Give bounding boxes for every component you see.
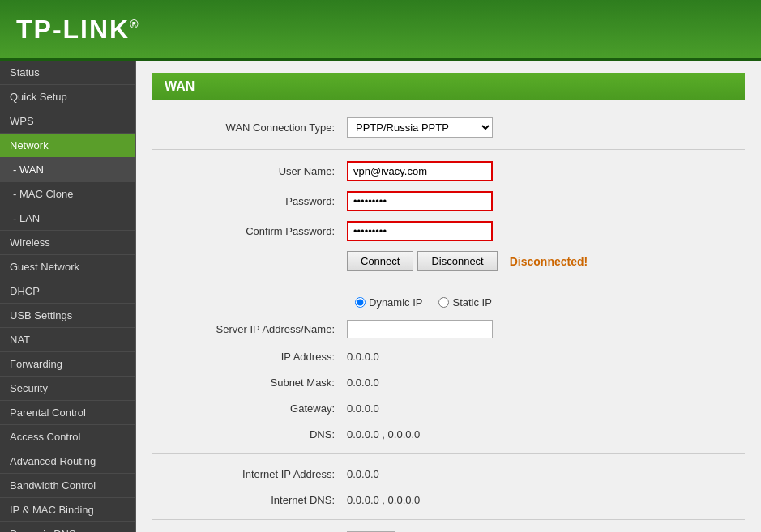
wan-connection-type-label: WAN Connection Type:	[160, 121, 347, 134]
internet-dns-value: 0.0.0.0 , 0.0.0.0	[347, 494, 737, 506]
sidebar-item-bandwidth-control[interactable]: Bandwidth Control	[0, 474, 135, 498]
sidebar-item-guest-network[interactable]: Guest Network	[0, 255, 135, 279]
dns-value: 0.0.0.0 , 0.0.0.0	[347, 428, 737, 440]
password-row: Password:	[152, 186, 745, 216]
sidebar-item-quick-setup[interactable]: Quick Setup	[0, 85, 135, 109]
content-inner: WAN WAN Connection Type: PPTP/Russia PPT…	[136, 61, 761, 532]
page-title: WAN	[152, 73, 745, 100]
sidebar: Status Quick Setup WPS Network - WAN - M…	[0, 61, 136, 532]
confirm-password-value	[347, 221, 737, 241]
ip-address-value: 0.0.0.0	[347, 351, 737, 363]
divider-4	[152, 519, 745, 520]
user-name-value	[347, 161, 737, 181]
connect-button[interactable]: Connect	[347, 251, 413, 271]
sidebar-item-advanced-routing[interactable]: Advanced Routing	[0, 449, 135, 474]
main-container: Status Quick Setup WPS Network - WAN - M…	[0, 61, 761, 532]
sidebar-item-dynamic-dns[interactable]: Dynamic DNS	[0, 522, 135, 532]
dynamic-ip-label: Dynamic IP	[369, 296, 422, 309]
gateway-label: Gateway:	[160, 402, 347, 415]
password-label: Password:	[160, 195, 347, 207]
static-ip-radio[interactable]	[438, 297, 449, 308]
content-area: WAN WAN Connection Type: PPTP/Russia PPT…	[136, 61, 761, 532]
sidebar-item-usb-settings[interactable]: USB Settings	[0, 304, 135, 328]
wan-connection-type-row: WAN Connection Type: PPTP/Russia PPTP Dy…	[152, 113, 745, 143]
gateway-row: Gateway: 0.0.0.0	[152, 395, 745, 421]
dns-label: DNS:	[160, 428, 347, 440]
sidebar-item-access-control[interactable]: Access Control	[0, 425, 135, 449]
internet-dns-label: Internet DNS:	[160, 494, 347, 506]
dns-row: DNS: 0.0.0.0 , 0.0.0.0	[152, 421, 745, 447]
logo: TP-LINK®	[16, 15, 140, 45]
confirm-password-input[interactable]	[347, 221, 493, 241]
gateway-value: 0.0.0.0	[347, 402, 737, 415]
sidebar-item-nat[interactable]: NAT	[0, 328, 135, 352]
sidebar-item-security[interactable]: Security	[0, 377, 135, 401]
sidebar-item-ip-mac-binding[interactable]: IP & MAC Binding	[0, 498, 135, 522]
ip-address-label: IP Address:	[160, 351, 347, 363]
divider-2	[152, 283, 745, 283]
ip-type-row: Dynamic IP Static IP	[152, 290, 745, 315]
sidebar-item-parental-control[interactable]: Parental Control	[0, 401, 135, 425]
dynamic-ip-radio[interactable]	[355, 297, 366, 308]
sidebar-item-network[interactable]: Network	[0, 134, 135, 158]
confirm-password-label: Confirm Password:	[160, 225, 347, 237]
user-name-row: User Name:	[152, 156, 745, 186]
server-ip-value	[347, 320, 737, 338]
sidebar-item-wireless[interactable]: Wireless	[0, 231, 135, 255]
sidebar-item-wan[interactable]: - WAN	[0, 158, 135, 182]
confirm-password-row: Confirm Password:	[152, 216, 745, 246]
dynamic-ip-radio-label[interactable]: Dynamic IP	[355, 296, 422, 309]
static-ip-radio-label[interactable]: Static IP	[438, 296, 491, 309]
sidebar-item-status[interactable]: Status	[0, 61, 135, 85]
sidebar-item-dhcp[interactable]: DHCP	[0, 279, 135, 304]
sidebar-item-wps[interactable]: WPS	[0, 109, 135, 134]
wan-connection-type-select[interactable]: PPTP/Russia PPTP Dynamic IP Static IP PP…	[347, 117, 493, 138]
connect-row: Connect Disconnect Disconnected!	[152, 246, 745, 276]
wan-connection-type-value: PPTP/Russia PPTP Dynamic IP Static IP PP…	[347, 117, 737, 138]
server-ip-input[interactable]	[347, 320, 493, 338]
password-value	[347, 191, 737, 211]
server-ip-row: Server IP Address/Name:	[152, 315, 745, 343]
sidebar-item-forwarding[interactable]: Forwarding	[0, 352, 135, 377]
static-ip-label: Static IP	[452, 296, 491, 309]
header: TP-LINK®	[0, 0, 761, 61]
subnet-mask-label: Subnet Mask:	[160, 377, 347, 389]
ip-address-row: IP Address: 0.0.0.0	[152, 343, 745, 369]
divider-3	[152, 453, 745, 454]
mtu-row: MTU Size (in bytes): (The default is 142…	[152, 526, 745, 532]
user-name-input[interactable]	[347, 161, 493, 181]
server-ip-label: Server IP Address/Name:	[160, 323, 347, 335]
sidebar-item-mac-clone[interactable]: - MAC Clone	[0, 182, 135, 206]
password-input[interactable]	[347, 191, 493, 211]
divider-1	[152, 149, 745, 150]
connection-status: Disconnected!	[510, 255, 588, 268]
internet-ip-row: Internet IP Address: 0.0.0.0	[152, 461, 745, 487]
subnet-mask-row: Subnet Mask: 0.0.0.0	[152, 369, 745, 395]
internet-ip-label: Internet IP Address:	[160, 468, 347, 480]
disconnect-button[interactable]: Disconnect	[417, 251, 497, 271]
internet-dns-row: Internet DNS: 0.0.0.0 , 0.0.0.0	[152, 487, 745, 513]
user-name-label: User Name:	[160, 165, 347, 177]
subnet-mask-value: 0.0.0.0	[347, 377, 737, 389]
internet-ip-value: 0.0.0.0	[347, 468, 737, 480]
sidebar-item-lan[interactable]: - LAN	[0, 206, 135, 231]
connect-buttons: Connect Disconnect Disconnected!	[347, 251, 737, 271]
